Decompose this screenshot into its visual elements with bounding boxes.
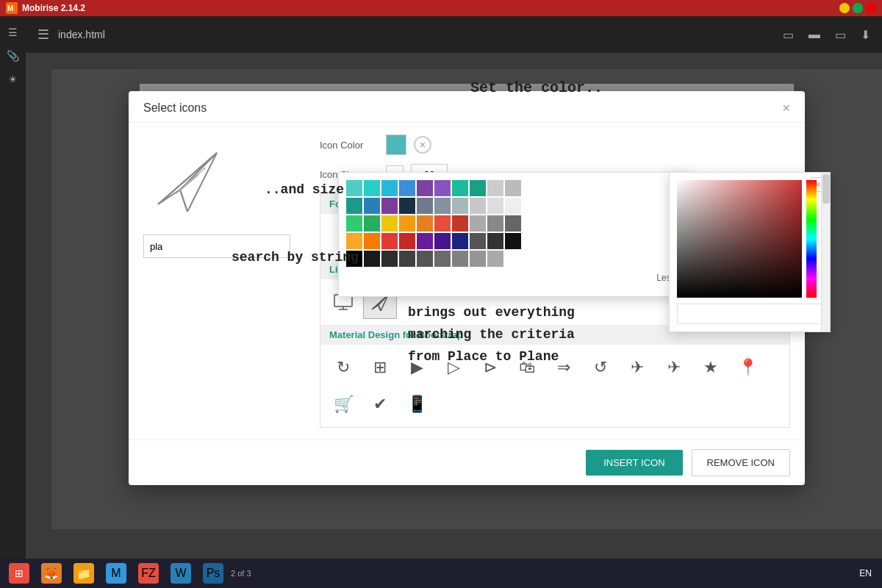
minimize-button[interactable] (839, 3, 850, 13)
swatch-19[interactable] (487, 198, 503, 214)
desktop-icon[interactable]: ▬ (808, 28, 820, 41)
mdb-mobile[interactable]: 📱 (400, 387, 434, 421)
less-button[interactable]: Less < (346, 273, 683, 283)
swatch-8[interactable] (470, 180, 486, 196)
hex-color-input[interactable] (677, 304, 822, 324)
mdb-play[interactable]: ▶ (400, 351, 434, 384)
window-controls (839, 3, 876, 13)
swatch-13[interactable] (381, 198, 398, 214)
mdb-play2[interactable]: ▷ (437, 351, 470, 384)
swatch-20[interactable] (505, 198, 521, 214)
swatch-30[interactable] (505, 215, 521, 232)
swatch-48[interactable] (470, 251, 486, 267)
gradient-scrollbar[interactable] (821, 173, 830, 331)
swatch-25[interactable] (417, 215, 433, 232)
taskbar-photoshop[interactable]: Ps (198, 561, 228, 586)
swatch-38[interactable] (470, 233, 486, 249)
taskbar-word[interactable]: W (166, 561, 196, 586)
tablet-icon[interactable]: ▭ (783, 28, 794, 42)
mdb-display[interactable]: ⊞ (363, 351, 397, 384)
mdb-cart[interactable]: 🛒 (326, 387, 360, 421)
modal-close-button[interactable]: × (782, 101, 790, 115)
swatch-43[interactable] (381, 251, 398, 267)
swatch-42[interactable] (364, 251, 380, 267)
swatch-47[interactable] (452, 251, 468, 267)
swatch-1[interactable] (346, 180, 362, 196)
swatch-39[interactable] (487, 233, 503, 249)
swatch-21[interactable] (346, 215, 362, 232)
swatch-32[interactable] (364, 233, 380, 249)
swatch-12[interactable] (364, 198, 380, 214)
swatch-5[interactable] (417, 180, 433, 196)
swatch-16[interactable] (434, 198, 451, 214)
swatch-2[interactable] (364, 180, 380, 196)
taskbar-mobirise[interactable]: M (101, 561, 131, 586)
app-title: Mobirise 2.14.2 (22, 3, 85, 13)
insert-icon-button[interactable]: INSERT ICON (586, 450, 682, 476)
mdb-pin[interactable]: 📍 (731, 351, 764, 384)
sidebar-clip-icon[interactable]: 📎 (3, 46, 24, 66)
swatch-40[interactable] (505, 233, 521, 249)
close-color-button[interactable]: × (414, 136, 431, 154)
modal-overlay: Select icons × (51, 69, 882, 529)
sidebar-sun-icon[interactable]: ☀ (3, 69, 24, 90)
swatch-41[interactable] (346, 251, 362, 267)
swatch-29[interactable] (487, 215, 503, 232)
taskbar-firefox[interactable]: 🦊 (37, 561, 66, 586)
swatch-9[interactable] (487, 180, 503, 196)
swatch-23[interactable] (381, 215, 398, 232)
phone-icon[interactable]: ▭ (835, 28, 846, 42)
mdb-shop[interactable]: 🛍 (510, 351, 544, 384)
mdb-refresh[interactable]: ↻ (326, 351, 360, 384)
swatch-33[interactable] (381, 233, 398, 249)
mdb-play3[interactable]: ⊳ (473, 351, 507, 384)
color-gradient-canvas[interactable] (677, 180, 802, 298)
swatch-3[interactable] (381, 180, 398, 196)
search-input[interactable] (143, 234, 290, 258)
swatch-26[interactable] (434, 215, 451, 232)
mdb-check[interactable]: ✔ (363, 387, 397, 421)
mdb-plane1[interactable]: ✈ (620, 351, 654, 384)
swatch-31[interactable] (346, 233, 362, 249)
mdb-undo[interactable]: ↺ (584, 351, 617, 384)
sidebar-menu-icon[interactable]: ☰ (3, 22, 24, 43)
swatch-44[interactable] (399, 251, 415, 267)
swatch-37[interactable] (452, 233, 468, 249)
hue-slider[interactable] (806, 180, 817, 298)
mdb-plane2[interactable]: ✈ (657, 351, 691, 384)
hamburger-icon[interactable]: ☰ (37, 26, 49, 43)
swatch-6[interactable] (434, 180, 451, 196)
swatch-36[interactable] (434, 233, 451, 249)
swatch-45[interactable] (417, 251, 433, 267)
swatch-10[interactable] (505, 180, 521, 196)
download-icon[interactable]: ⬇ (861, 28, 870, 42)
taskbar-folder[interactable]: 📁 (69, 561, 98, 586)
title-bar: M Mobirise 2.14.2 (0, 0, 882, 16)
maximize-button[interactable] (853, 3, 863, 13)
swatch-50[interactable] (505, 251, 521, 267)
mdb-arrow[interactable]: ⇒ (547, 351, 581, 384)
swatch-28[interactable] (470, 215, 486, 232)
close-button[interactable] (866, 3, 876, 13)
swatch-24[interactable] (399, 215, 415, 232)
swatch-27[interactable] (452, 215, 468, 232)
remove-icon-button[interactable]: REMOVE ICON (692, 449, 790, 476)
taskbar-filezilla[interactable]: FZ (134, 561, 163, 586)
swatch-46[interactable] (434, 251, 451, 267)
swatch-35[interactable] (417, 233, 433, 249)
swatch-15[interactable] (417, 198, 433, 214)
canvas-area: Bootstrap is the most popular HTML, CSS,… (51, 69, 882, 529)
svg-line-3 (158, 153, 217, 204)
swatch-18[interactable] (470, 198, 486, 214)
swatch-22[interactable] (364, 215, 380, 232)
mdb-star[interactable]: ★ (694, 351, 728, 384)
swatch-49[interactable] (487, 251, 503, 267)
swatch-17[interactable] (452, 198, 468, 214)
swatch-7[interactable] (452, 180, 468, 196)
swatch-4[interactable] (399, 180, 415, 196)
swatch-11[interactable] (346, 198, 362, 214)
color-preview[interactable] (386, 135, 406, 155)
swatch-14[interactable] (399, 198, 415, 214)
taskbar-start[interactable]: ⊞ (4, 561, 34, 586)
swatch-34[interactable] (399, 233, 415, 249)
